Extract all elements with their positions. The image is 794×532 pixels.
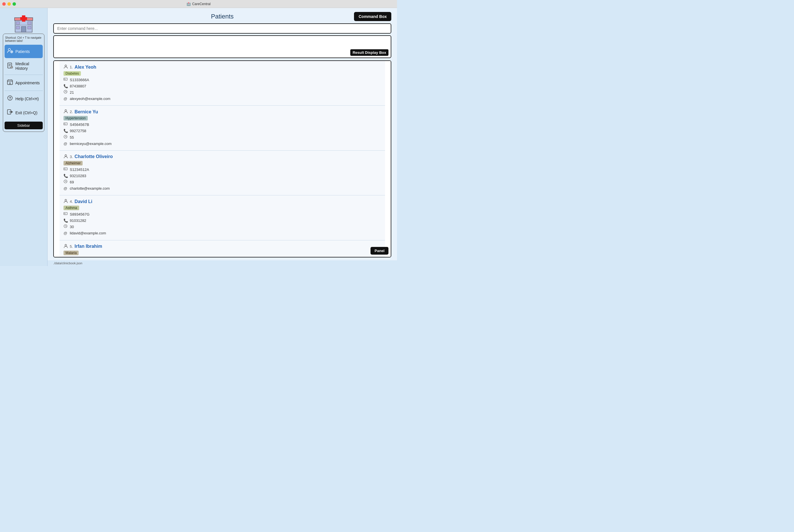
email-icon: @ — [63, 185, 68, 192]
sidebar-help-label: Help (Ctrl+H) — [15, 97, 39, 101]
svg-rect-5 — [16, 26, 20, 29]
command-box-button[interactable]: Command Box — [354, 12, 391, 21]
patient-card[interactable]: 1. Alex Yeoh Diabetes S1333666A 📞 874388… — [59, 61, 385, 106]
email-icon: @ — [63, 141, 68, 147]
person-icon — [63, 64, 68, 70]
patient-name: Charlotte Oliveiro — [75, 154, 113, 159]
svg-rect-38 — [64, 123, 67, 125]
sidebar-patients-label: Patients — [15, 49, 30, 54]
email-icon: @ — [63, 230, 68, 236]
status-path: ./data/clinicbook.json — [53, 262, 82, 265]
sidebar-divider-1 — [4, 75, 43, 75]
patient-card[interactable]: 3. Charlotte Oliveiro Alzheimer S1234512… — [59, 151, 385, 195]
titlebar-buttons — [2, 2, 16, 6]
person-icon — [63, 199, 68, 204]
sidebar-exit-label: Exit (Ctrl+Q) — [15, 111, 37, 115]
patient-card[interactable]: 5. Irfan Ibrahim Malaria — [59, 240, 385, 258]
minimize-button[interactable] — [7, 2, 11, 6]
patient-ic: S1234512A — [63, 167, 381, 173]
svg-point-10 — [8, 49, 11, 51]
svg-point-44 — [65, 155, 67, 156]
ic-icon — [63, 211, 68, 217]
patient-phone: 📞 99272758 — [63, 128, 381, 134]
sidebar-box: Shortcut: Ctrl + T to navigate between t… — [3, 34, 44, 132]
person-icon — [63, 109, 68, 114]
ic-icon — [63, 167, 68, 173]
main-content: Patients Command Box Result Display Box … — [48, 8, 397, 266]
panel-button[interactable]: Panel — [371, 247, 389, 254]
condition-badge: Diabetes — [63, 71, 81, 76]
patient-ic: S8934567G — [63, 211, 381, 217]
patient-name-row: 5. Irfan Ibrahim — [63, 244, 381, 249]
patient-age: 69 — [63, 179, 381, 185]
patient-name-row: 4. David Li — [63, 199, 381, 204]
svg-rect-52 — [64, 212, 67, 215]
patient-phone: 📞 87438807 — [63, 83, 381, 90]
app-title: 🏥 CareCentral — [187, 2, 211, 6]
patient-name: Bernice Yu — [75, 109, 98, 114]
patient-number: 5. — [70, 244, 73, 249]
patient-card[interactable]: 4. David Li Asthma S8934567G 📞 91031282 — [59, 195, 385, 240]
phone-icon: 📞 — [63, 83, 68, 90]
svg-rect-8 — [21, 26, 26, 32]
patient-email: @ alexyeoh@example.com — [63, 96, 381, 102]
svg-text:?: ? — [9, 96, 11, 100]
condition-badge: Malaria — [63, 251, 79, 255]
sidebar-appointments-label: Appointments — [15, 81, 40, 85]
svg-rect-31 — [64, 78, 67, 80]
hospital-logo — [12, 11, 35, 34]
svg-rect-4 — [16, 22, 20, 24]
svg-rect-6 — [27, 22, 31, 24]
page-title: Patients — [166, 13, 279, 20]
age-icon — [63, 224, 68, 230]
patient-name-row: 2. Bernice Yu — [63, 109, 381, 114]
close-button[interactable] — [2, 2, 6, 6]
result-display-box: Result Display Box — [53, 35, 391, 58]
condition-badge: Hypertension — [63, 116, 88, 120]
patient-number: 3. — [70, 155, 73, 159]
patients-list[interactable]: 1. Alex Yeoh Diabetes S1333666A 📞 874388… — [53, 60, 391, 258]
ic-icon — [63, 121, 68, 128]
command-input[interactable] — [53, 23, 391, 34]
sidebar-item-patients[interactable]: Patients — [4, 45, 43, 58]
patient-number: 1. — [70, 65, 73, 69]
maximize-button[interactable] — [13, 2, 16, 6]
sidebar-item-medical-history[interactable]: Medical History — [4, 59, 43, 74]
patient-phone: 📞 91031282 — [63, 217, 381, 224]
sidebar-item-exit[interactable]: Exit (Ctrl+Q) — [4, 106, 43, 119]
patient-phone: 📞 93210283 — [63, 173, 381, 179]
patient-email: @ berniceyu@example.com — [63, 141, 381, 147]
sidebar-toggle-button[interactable]: Sidebar — [4, 121, 43, 129]
help-icon: ? — [7, 95, 13, 102]
svg-rect-3 — [20, 17, 27, 20]
patient-name: Irfan Ibrahim — [75, 244, 102, 249]
titlebar: 🏥 CareCentral — [0, 0, 397, 8]
sidebar-shortcut: Shortcut: Ctrl + T to navigate between t… — [4, 36, 43, 42]
medical-history-icon — [7, 62, 13, 70]
age-icon — [63, 90, 68, 96]
svg-point-51 — [65, 200, 67, 201]
app-icon: 🏥 — [187, 2, 191, 6]
sidebar-divider-2 — [4, 91, 43, 91]
result-display-label: Result Display Box — [350, 49, 389, 56]
svg-point-37 — [65, 110, 67, 111]
patient-email: @ lidavid@example.com — [63, 230, 381, 236]
email-icon: @ — [63, 96, 68, 102]
patient-age: 21 — [63, 90, 381, 96]
phone-icon: 📞 — [63, 217, 68, 224]
svg-point-30 — [65, 65, 67, 66]
person-icon — [63, 154, 68, 159]
patient-name-row: 3. Charlotte Oliveiro — [63, 154, 381, 159]
appointments-icon — [7, 79, 13, 87]
sidebar-item-help[interactable]: ? Help (Ctrl+H) — [4, 92, 43, 106]
patient-card[interactable]: 2. Bernice Yu Hypertension S4564567B 📞 9… — [59, 106, 385, 150]
phone-icon: 📞 — [63, 128, 68, 134]
patient-name: Alex Yeoh — [75, 65, 96, 70]
phone-icon: 📞 — [63, 173, 68, 179]
exit-icon — [7, 109, 13, 116]
patient-age: 55 — [63, 134, 381, 141]
patient-number: 2. — [70, 110, 73, 114]
sidebar-item-appointments[interactable]: Appointments — [4, 76, 43, 90]
patient-name-row: 1. Alex Yeoh — [63, 64, 381, 70]
svg-rect-45 — [64, 168, 67, 170]
